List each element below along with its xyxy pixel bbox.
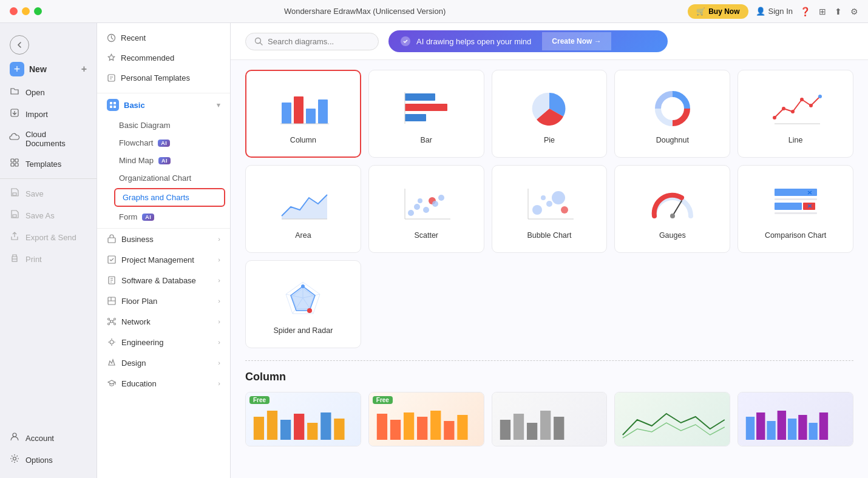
help-icon[interactable]: ❓: [800, 7, 810, 16]
template-card-1[interactable]: Free: [245, 392, 361, 446]
sidebar-project-mgmt[interactable]: Project Management ›: [97, 249, 230, 270]
template-card-5[interactable]: [737, 392, 853, 446]
personal-icon: [107, 73, 116, 82]
sign-in-button[interactable]: 👤 Sign In: [756, 7, 793, 16]
chart-card-bar[interactable]: Bar: [368, 70, 484, 158]
chart-card-pie[interactable]: Pie: [492, 70, 608, 158]
chart-card-spider[interactable]: Spider and Radar: [245, 260, 361, 348]
bar-chart-icon: [402, 87, 450, 130]
sidebar-basic-section[interactable]: Basic ▾: [97, 93, 230, 116]
engineering-icon: [107, 337, 117, 347]
line-chart-label: Line: [788, 136, 803, 144]
form-ai-badge: AI: [142, 214, 154, 221]
import-item[interactable]: Import: [0, 103, 97, 125]
spider-chart-icon: [282, 278, 324, 320]
share-icon[interactable]: ⊞: [819, 7, 826, 16]
sidebar-business[interactable]: Business ›: [97, 229, 230, 249]
sidebar-org-chart[interactable]: Organizational Chart: [97, 169, 230, 187]
sidebar-floor-plan[interactable]: Floor Plan ›: [97, 291, 230, 311]
buy-now-button[interactable]: 🛒 Buy Now: [688, 4, 748, 19]
sidebar-graphs-charts[interactable]: Graphs and Charts: [114, 188, 225, 207]
svg-point-23: [108, 323, 110, 325]
svg-rect-82: [280, 420, 291, 440]
bar-chart-label: Bar: [420, 136, 432, 144]
open-item[interactable]: Open: [0, 81, 97, 103]
templates-label: Templates: [25, 160, 61, 169]
gauges-chart-label: Gauges: [659, 231, 686, 240]
settings-icon[interactable]: ⚙: [850, 7, 858, 16]
sidebar-engineering[interactable]: Engineering ›: [97, 332, 230, 352]
svg-point-47: [408, 210, 414, 216]
svg-point-79: [301, 284, 305, 288]
sidebar-design[interactable]: Design ›: [97, 352, 230, 373]
ai-banner-cta[interactable]: Create Now →: [542, 32, 611, 50]
new-button[interactable]: + New +: [0, 57, 97, 81]
svg-rect-97: [540, 411, 551, 440]
svg-point-60: [561, 206, 568, 214]
print-icon: [10, 253, 19, 265]
chart-card-line[interactable]: Line: [737, 70, 853, 158]
sidebar-basic-diagram[interactable]: Basic Diagram: [97, 116, 230, 134]
sidebar-software-db[interactable]: Software & Database ›: [97, 270, 230, 291]
svg-point-53: [418, 198, 422, 203]
network-icon: [107, 317, 117, 326]
templates-item[interactable]: Templates: [0, 153, 97, 175]
svg-point-56: [532, 205, 542, 215]
ai-banner[interactable]: AI drawing helps open your mind Create N…: [388, 30, 668, 52]
sidebar-form[interactable]: Form AI: [97, 208, 230, 226]
sidebar-flowchart[interactable]: Flowchart AI: [97, 134, 230, 152]
svg-rect-7: [12, 259, 17, 261]
buy-label: Buy Now: [708, 7, 739, 16]
svg-rect-30: [306, 109, 316, 124]
scatter-chart-icon: [402, 183, 450, 225]
bubble-chart-label: Bubble Chart: [527, 231, 572, 240]
search-box: [245, 33, 379, 50]
chart-card-doughnut[interactable]: Doughnut: [614, 70, 730, 158]
sidebar-recommended[interactable]: Recommended: [97, 48, 230, 68]
svg-rect-100: [756, 412, 765, 440]
free-badge-2: Free: [373, 396, 393, 404]
education-icon: [107, 379, 117, 388]
account-item[interactable]: Account: [0, 427, 97, 449]
svg-point-52: [438, 195, 444, 201]
save-as-icon: [10, 209, 19, 221]
options-item[interactable]: Options: [0, 449, 97, 471]
traffic-light-yellow[interactable]: [22, 7, 30, 15]
export-item[interactable]: Export & Send: [0, 226, 97, 248]
sidebar-network[interactable]: Network ›: [97, 311, 230, 332]
chart-card-comparison[interactable]: Comparison Chart: [737, 165, 853, 253]
project-icon: [107, 255, 117, 264]
chart-card-area[interactable]: Area: [245, 165, 361, 253]
sidebar-education[interactable]: Education ›: [97, 373, 230, 394]
search-input[interactable]: [268, 37, 365, 46]
upload-icon[interactable]: ⬆: [835, 7, 842, 16]
svg-point-57: [546, 201, 552, 207]
save-as-item[interactable]: Save As: [0, 204, 97, 226]
chart-card-column[interactable]: Column: [245, 70, 361, 158]
sidebar-mind-map[interactable]: Mind Map AI: [97, 152, 230, 169]
chart-card-gauges[interactable]: Gauges: [614, 165, 730, 253]
floor-plan-label: Floor Plan: [121, 297, 157, 306]
save-item[interactable]: Save: [0, 183, 97, 204]
template-card-2[interactable]: Free: [368, 392, 484, 446]
sidebar-personal[interactable]: Personal Templates: [97, 68, 230, 88]
svg-rect-93: [457, 415, 467, 440]
svg-rect-35: [405, 114, 426, 121]
print-item[interactable]: Print: [0, 248, 97, 270]
traffic-light-green[interactable]: [34, 7, 42, 15]
back-button[interactable]: [10, 35, 29, 55]
chart-card-scatter[interactable]: Scatter: [368, 165, 484, 253]
doughnut-chart-label: Doughnut: [656, 136, 689, 144]
template-card-4[interactable]: [614, 392, 730, 446]
svg-rect-92: [444, 421, 454, 440]
user-icon: 👤: [756, 7, 765, 16]
sidebar-recent[interactable]: Recent: [97, 28, 230, 48]
template-card-3[interactable]: [492, 392, 608, 446]
chart-card-bubble[interactable]: Bubble Chart: [492, 165, 608, 253]
flowchart-ai-badge: AI: [158, 140, 170, 147]
traffic-light-red[interactable]: [10, 7, 18, 15]
cloud-item[interactable]: Cloud Documents: [0, 125, 97, 153]
open-icon: [10, 86, 19, 98]
svg-rect-17: [108, 256, 115, 263]
svg-rect-14: [110, 106, 112, 108]
